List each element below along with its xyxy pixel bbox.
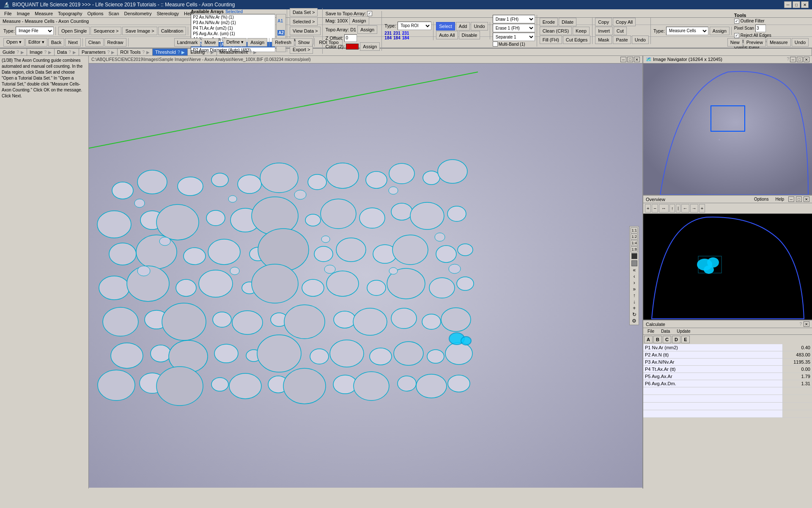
overview-close-btn[interactable]: ✕	[804, 196, 809, 202]
menu-image[interactable]: Image	[14, 11, 33, 17]
measurement-help-icon[interactable]: ?	[250, 50, 252, 55]
disable-button[interactable]: Disable	[459, 31, 480, 39]
calc-tab-a[interactable]: A	[644, 336, 653, 343]
nav-scale-1-4[interactable]: 1:4	[631, 240, 638, 246]
measure-cells-select[interactable]: Measure Cells	[666, 27, 708, 35]
image-expand-icon[interactable]: ▶	[48, 50, 52, 55]
add-button[interactable]: Add	[456, 22, 470, 30]
next-btn[interactable]: Next	[65, 38, 81, 47]
nav-min-btn[interactable]: ─	[790, 57, 796, 62]
overview-help-menu[interactable]: Help	[773, 196, 787, 202]
ov-zoom-out[interactable]: −	[652, 204, 658, 213]
keep-button[interactable]: Keep	[573, 27, 590, 35]
undo-button[interactable]: Undo	[471, 22, 488, 30]
save-topo-check[interactable]: ✓	[367, 11, 372, 16]
nav-down-icon[interactable]: ↓	[631, 299, 638, 305]
define-btn[interactable]: Define ▾	[223, 38, 247, 47]
topo-roi-select[interactable]: Topo ROI	[398, 22, 431, 30]
view-data-button[interactable]: View Data >	[290, 27, 321, 35]
calc-tab-c[interactable]: C	[663, 336, 671, 343]
overview-options-menu[interactable]: Options	[752, 196, 771, 202]
nav-max-btn[interactable]: □	[797, 57, 803, 62]
nav-scale-1-2[interactable]: 1:2	[631, 234, 638, 240]
sequence-button[interactable]: Sequence >	[91, 27, 121, 35]
ov-right[interactable]: →	[690, 204, 698, 213]
ov-zoom-in[interactable]: +	[645, 204, 651, 213]
roi-tools-expand-icon[interactable]: ▶	[146, 50, 150, 55]
nav-up-icon[interactable]: ↑	[631, 293, 638, 298]
menu-densitometry[interactable]: Densitometry	[122, 11, 154, 17]
navigator-image[interactable]	[643, 64, 812, 195]
calc-file-menu[interactable]: File	[645, 329, 657, 334]
calc-tab-d[interactable]: D	[672, 336, 680, 343]
threshold-help-icon[interactable]: ?	[178, 50, 180, 55]
array-item-2[interactable]: P4 Tl.Ax.Ar (um2) (1)	[191, 25, 275, 31]
editing-expand-icon[interactable]: ▶	[211, 50, 214, 55]
mask-button[interactable]: Mask	[595, 36, 612, 44]
redraw-btn[interactable]: Redraw	[104, 38, 126, 47]
calibration-button[interactable]: Calibration	[158, 27, 187, 35]
parameters-help-icon[interactable]: ?	[107, 50, 110, 55]
show-btn[interactable]: Show	[295, 38, 313, 47]
measurement-expand-icon[interactable]: ▶	[253, 50, 257, 55]
array-item-0[interactable]: P2 Ax.N/Nv.Ar (%) (1)	[191, 14, 275, 20]
type-select[interactable]: Image File	[16, 27, 54, 35]
auto-all-button[interactable]: Auto All	[436, 31, 458, 39]
move-btn[interactable]: Move	[201, 38, 219, 47]
calc-tab-b[interactable]: B	[653, 336, 662, 343]
menu-topography[interactable]: Topography	[55, 11, 85, 17]
close-button[interactable]: ✕	[801, 1, 809, 8]
clean-btn[interactable]: Clean	[85, 38, 104, 47]
nav-question-icon[interactable]: ?	[787, 57, 789, 62]
data-expand-icon[interactable]: ▶	[73, 50, 76, 55]
save-image-button[interactable]: Save Image >	[122, 27, 157, 35]
editor-btn[interactable]: Editor ▾	[25, 38, 47, 47]
assign-mag-button[interactable]: Assign	[349, 17, 369, 25]
select-button[interactable]: Select	[436, 22, 455, 30]
multi-band-check[interactable]	[493, 41, 498, 47]
ov-center-v[interactable]: |	[676, 204, 680, 213]
copy-all-button[interactable]: Copy All	[613, 18, 636, 26]
minimize-button[interactable]: ─	[784, 1, 792, 8]
calc-update-menu[interactable]: Update	[674, 329, 693, 334]
menu-scan[interactable]: Scan	[106, 11, 122, 17]
calc-data-menu[interactable]: Data	[658, 329, 672, 334]
calc-question-icon[interactable]: ?	[799, 322, 802, 326]
open-single-button[interactable]: Open Single	[58, 27, 90, 35]
clean-crs-button[interactable]: Clean (CRS)	[540, 27, 572, 35]
ov-add[interactable]: +	[699, 204, 705, 213]
preview-btn[interactable]: Preview	[743, 38, 766, 47]
menu-file[interactable]: File	[2, 11, 14, 17]
cut-edges-button[interactable]: Cut Edges	[563, 36, 590, 44]
outline-filter-check[interactable]: ✓	[734, 19, 739, 24]
reject-all-check[interactable]: ✓	[734, 33, 739, 38]
guide-help-icon[interactable]: ?	[16, 50, 19, 55]
image-help-icon[interactable]: ?	[44, 50, 47, 55]
assign3-btn[interactable]: Assign	[247, 38, 267, 47]
nav-view-icon[interactable]	[631, 260, 637, 266]
open-btn[interactable]: Open ▾	[3, 38, 25, 47]
ov-up[interactable]: ↑	[669, 204, 675, 213]
undo2-button[interactable]: Undo	[632, 36, 649, 44]
paste-button[interactable]: Paste	[613, 36, 631, 44]
measure-btn[interactable]: Measure	[767, 38, 791, 47]
draw-select[interactable]: Draw 1 (FH)	[493, 15, 535, 23]
data-help-icon[interactable]: ?	[69, 50, 71, 55]
nav-right-icon[interactable]: ›	[631, 280, 638, 286]
calc-data-area[interactable]: P1 Nv.Ar (mm2) 0.40 P2 Ax.N (tt) 483.00 …	[643, 344, 812, 489]
undo3-btn[interactable]: Undo	[792, 38, 809, 47]
nav-fullscreen-icon[interactable]	[631, 253, 637, 259]
menu-stereology[interactable]: Stereology	[154, 11, 181, 17]
editing-help-icon[interactable]: ?	[206, 50, 209, 55]
menu-measure[interactable]: Measure	[32, 11, 55, 17]
ov-left[interactable]: ←	[681, 204, 689, 213]
calc-tab-e[interactable]: E	[681, 336, 690, 343]
nav-scale-1-1[interactable]: 1:1	[631, 227, 638, 233]
guide-expand-icon[interactable]: ▶	[21, 50, 24, 55]
data-set-button[interactable]: Data Set >	[290, 8, 318, 17]
dilate-button[interactable]: Dilate	[559, 18, 576, 26]
img-close-btn[interactable]: ✕	[634, 57, 640, 62]
array-item-3[interactable]: P5 Avg.Ax.Ar. (um) (1)	[191, 31, 275, 36]
separate-select[interactable]: Separate 1	[493, 33, 535, 41]
copy-button[interactable]: Copy	[595, 18, 612, 26]
